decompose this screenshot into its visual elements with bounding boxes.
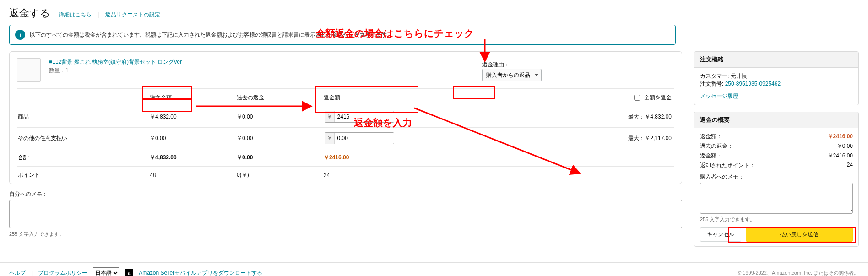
col-past-refund: 過去の返金	[237, 94, 324, 102]
buyer-memo-label: 購入者へのメモ：	[700, 173, 853, 181]
refund-form: ■112背景 艦これ 執務室(鎮守府)背景セット ロングver 数量：1 返金理…	[9, 51, 682, 184]
return-settings-link[interactable]: 返品リクエストの設定	[105, 11, 160, 18]
col-full-refund: 全額を返金	[461, 93, 674, 102]
row-points-past-refund: 0(￥)	[237, 171, 324, 179]
info-banner: i 以下のすべての金額は税金が含まれています。税額は下記に入力された返金額および…	[9, 25, 676, 45]
col-refund-amount: 返金額	[324, 94, 461, 102]
detail-link[interactable]: 詳細はこちら	[59, 11, 92, 18]
row-product-max: 最大：￥4,832.00	[461, 113, 674, 121]
row-other-refund-input[interactable]	[335, 133, 394, 144]
order-id-link[interactable]: 250-8951935-0925462	[725, 81, 781, 87]
summary-past-refund: 過去の返金： ￥0.00	[700, 142, 853, 150]
self-memo-block: 自分へのメモ： 255 文字入力できます。	[9, 190, 682, 238]
table-row-product: 商品 ￥4,832.00 ￥0.00 ￥ 最大：￥4,832.00	[17, 106, 674, 127]
col-order-amount: 注文金額	[150, 94, 237, 102]
cancel-button[interactable]: キャンセル	[700, 227, 741, 242]
row-other-refund-input-wrap: ￥	[325, 132, 394, 144]
message-history-link[interactable]: メッセージ履歴	[700, 93, 738, 99]
row-points-order-amount: 48	[150, 172, 237, 179]
footer-copyright: © 1999-2022、Amazon.com, Inc. またはその関係者。	[738, 270, 859, 276]
footer-app-link[interactable]: Amazon Sellerモバイルアプリをダウンロードする	[139, 269, 262, 276]
submit-refund-button[interactable]: 払い戻しを送信	[746, 227, 853, 242]
info-icon: i	[15, 30, 25, 40]
row-product-refund-input[interactable]	[335, 111, 394, 122]
refund-table-header: 注文金額 過去の返金 返金額 全額を返金	[17, 88, 674, 106]
currency-symbol: ￥	[325, 133, 335, 144]
row-other-max: 最大：￥2,117.00	[461, 135, 674, 142]
row-points-refund-amount: 24	[324, 172, 461, 179]
page-header: 返金する 詳細はこちら | 返品リクエストの設定	[9, 6, 859, 20]
page-footer: ヘルプ | プログラムポリシー 日本語 a Amazon Sellerモバイルア…	[0, 262, 868, 276]
footer-help-link[interactable]: ヘルプ	[9, 269, 26, 276]
app-badge-icon: a	[125, 269, 133, 276]
summary-refund: 返金額： ￥2416.00	[700, 152, 853, 160]
separator: |	[98, 11, 99, 18]
summary-points: 返却されたポイント： 24	[700, 162, 853, 169]
row-points-label: ポイント	[17, 171, 150, 179]
order-summary-title: 注文概略	[694, 52, 858, 68]
order-summary-panel: 注文概略 カスタマー: 元井慎一 注文番号: 250-8951935-09254…	[694, 51, 859, 105]
footer-policy-link[interactable]: プログラムポリシー	[38, 269, 87, 276]
refund-reason-select[interactable]: 購入者からの返品	[482, 69, 542, 81]
row-total-past-refund: ￥0.00	[237, 154, 324, 162]
row-other-order-amount: ￥0.00	[150, 135, 237, 142]
row-total-refund-amount: ￥2416.00	[324, 154, 461, 162]
row-product-refund-input-wrap: ￥	[325, 111, 394, 123]
buyer-memo-textarea[interactable]	[700, 183, 853, 214]
refund-summary-title: 返金の概要	[694, 112, 858, 128]
row-other-past-refund: ￥0.00	[237, 135, 324, 142]
self-memo-textarea[interactable]	[9, 200, 682, 228]
row-product-label: 商品	[17, 113, 150, 121]
table-row-points: ポイント 48 0(￥) 24	[17, 166, 674, 184]
product-quantity: 数量：1	[49, 67, 182, 75]
table-row-other: その他の任意支払い ￥0.00 ￥0.00 ￥ 最大：￥2,117.00	[17, 127, 674, 149]
buyer-memo-hint: 255 文字入力できます。	[700, 216, 853, 223]
row-product-order-amount: ￥4,832.00	[150, 113, 237, 121]
refund-reason-label: 返金理由：	[482, 61, 674, 69]
page-title: 返金する	[9, 6, 50, 20]
product-thumbnail	[17, 58, 41, 82]
buyer-memo-block: 購入者へのメモ： 255 文字入力できます。	[700, 173, 853, 223]
info-message: 以下のすべての金額は税金が含まれています。税額は下記に入力された返金額およびお客…	[30, 31, 392, 39]
product-title-link[interactable]: ■112背景 艦これ 執務室(鎮守府)背景セット ロングver	[49, 59, 182, 65]
row-total-order-amount: ￥4,832.00	[150, 154, 237, 162]
order-line: 注文番号: 250-8951935-0925462	[700, 80, 853, 88]
refund-summary-panel: 返金の概要 返金額： ￥2416.00 過去の返金： ￥0.00 返金額： ￥2…	[694, 112, 859, 247]
full-refund-checkbox[interactable]	[634, 95, 640, 101]
row-product-past-refund: ￥0.00	[237, 113, 324, 121]
language-select[interactable]: 日本語	[93, 267, 119, 276]
customer-line: カスタマー: 元井慎一	[700, 72, 853, 80]
currency-symbol: ￥	[325, 111, 335, 122]
summary-refund-amount: 返金額： ￥2416.00	[700, 133, 853, 141]
self-memo-hint: 255 文字入力できます。	[9, 231, 682, 238]
row-other-label: その他の任意支払い	[17, 135, 150, 142]
row-total-label: 合計	[17, 154, 150, 162]
self-memo-label: 自分へのメモ：	[9, 190, 682, 198]
table-row-total: 合計 ￥4,832.00 ￥0.00 ￥2416.00	[17, 149, 674, 166]
